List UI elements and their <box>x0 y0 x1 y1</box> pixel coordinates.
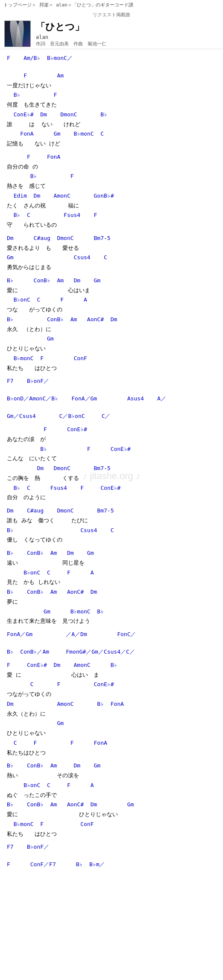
header-nav: トップページ＞ 邦楽＞ alan＞「ひとつ」のギターコード譜 <box>0 0 223 10</box>
lyric-line: 自分 のように <box>7 493 216 503</box>
chord-line: B♭ ConB♭ Am AonC# Dm <box>7 587 216 597</box>
breadcrumb-text: トップページ＞ 邦楽＞ alan＞「ひとつ」のギターコード譜 <box>0 0 223 10</box>
chord-line: F ConE♭# <box>7 425 216 435</box>
lyric-line: 何度 も生きてきた <box>7 100 216 110</box>
chord-line: F ConE♭# Dm AmonC B♭ <box>7 660 216 670</box>
block-10: F ConE♭# Dm AmonC B♭ 愛 に 心はい ま C F ConE♭… <box>7 660 216 758</box>
block-7: Dm C#aug DmonC Bm7-5 誰も みな 傷つく たびに B♭ Cs… <box>7 506 216 545</box>
lyric-line: つな がってゆくの <box>7 305 216 315</box>
lyric-line: 私たち はひとつ <box>7 364 216 373</box>
chord-line: B♭ ConB♭ Am Dm Gm <box>7 761 216 771</box>
chord-line: C F ConE♭# <box>7 680 216 690</box>
lyric-line: 愛 に 心はい ま <box>7 670 216 680</box>
lyric-line: 見た かも しれない <box>7 577 216 587</box>
chord-line: Gm <box>7 334 216 344</box>
block-1: F Am/B♭ B♭monC／ F Am 一度だけじゃない B♭ F 何度 も生… <box>7 53 216 149</box>
lyric-line: 遠い 同じ星を <box>7 558 216 568</box>
block-2: F FonA 自分の命 の B♭ F 熱さを 感じて Edim Dm AmonC… <box>7 152 216 230</box>
lyric-line: 愛に ひとりじゃない <box>7 810 216 820</box>
chord-line: F7 B♭onF／ <box>7 376 216 386</box>
lyric-line: 誰も みな 傷つく たびに <box>7 516 216 526</box>
chord-line: B♭onC C F A <box>7 295 216 305</box>
lyric-line: 生まれて来た意味を 見つけよう <box>7 616 216 626</box>
chord-line: B♭ Csus4 C <box>7 526 216 536</box>
song-cover-image <box>4 21 31 47</box>
chord-line: F ConF／F7 B♭ B♭m／ <box>7 860 216 870</box>
chord-line: FonA Gm B♭monC C <box>7 129 216 139</box>
chord-line: B♭onC C F A <box>7 781 216 791</box>
chord-line: B♭ C Fsus4 F <box>7 210 216 220</box>
block-11: B♭ ConB♭ Am Dm Gm 熱い その涙を B♭onC C F A ぬぐ… <box>7 761 216 839</box>
chord-line: Gm B♭monC B♭ <box>7 607 216 617</box>
lyric-line: こんな にいたくて <box>7 454 216 464</box>
lyric-line: 私たちはひとつ <box>7 748 216 758</box>
lyric-line: たく さんの祝 福に <box>7 201 216 211</box>
block-6: F ConE♭# あなたの涙 が B♭ F ConE♭# こんな にいたくて D… <box>7 425 216 503</box>
lyric-line: 夢に <box>7 597 216 607</box>
lyric-line: 勇気からはじまる <box>7 263 216 272</box>
chord-line: C F F FonA <box>7 738 216 748</box>
song-artist: alan <box>36 34 106 40</box>
lyric-line: 自分の命 の <box>7 162 216 172</box>
song-header: 「ひとつ」 alan 作詞 音元由美 作曲 菊池一仁 <box>0 19 223 49</box>
lyric-line: あなたの涙 が <box>7 435 216 444</box>
chord-line: B♭ ConB♭ Am Dm Gm <box>7 548 216 558</box>
song-header-info: 「ひとつ」 alan 作詞 音元由美 作曲 菊池一仁 <box>36 21 106 47</box>
blank-line <box>7 404 216 412</box>
lyric-line: 熱さを 感じて <box>7 181 216 191</box>
lyric-line: ひとりじゃない <box>7 344 216 354</box>
chord-line: B♭onC C F A <box>7 568 216 578</box>
request-label: リクエスト掲載曲 <box>0 12 223 18</box>
chord-line: Dm DmonC Bm7-5 <box>7 464 216 474</box>
chord-line: F Am <box>7 71 216 81</box>
blank-line <box>7 386 216 394</box>
chord-line: B♭ ConB♭／Am FmonG#／Gm／Csus4／C／ <box>7 647 216 657</box>
lyric-line: この胸を 熱 くする <box>7 474 216 483</box>
chord-line: Dm AmonC B♭ FonA <box>7 699 216 709</box>
block-4: B♭ ConB♭ Am Dm Gm 愛に 心はいま B♭onC C F A つな… <box>7 276 216 373</box>
chord-line: B♭ C Fsus4 F ConE♭# <box>7 483 216 493</box>
block-5: F7 B♭onF／ B♭onD／AmonC／B♭ FonA／Gm Asus4 A… <box>7 376 216 421</box>
chord-line: Gm Csus4 C <box>7 253 216 263</box>
chord-line: B♭monC F ConF <box>7 354 216 364</box>
block-3: Dm C#aug DmonC Bm7-5 愛されるより も 愛せる Gm Csu… <box>7 234 216 272</box>
chord-line: Dm C#aug DmonC Bm7-5 <box>7 234 216 243</box>
chord-line: Dm C#aug DmonC Bm7-5 <box>7 506 216 516</box>
chord-line: ConE♭# Dm DmonC B♭ <box>7 110 216 120</box>
blank-line <box>7 63 216 71</box>
chord-line: B♭ F <box>7 90 216 100</box>
lyric-line: 記憶も ない けど <box>7 139 216 149</box>
lyric-line: 守 られているの <box>7 220 216 230</box>
lyric-line: 愛されるより も 愛せる <box>7 243 216 253</box>
lyric-line: 永久（とわ）に <box>7 709 216 719</box>
chord-line: F7 B♭onF／ <box>7 842 216 852</box>
chord-line: B♭ ConB♭ Am AonC# Dm Gm <box>7 800 216 810</box>
chord-line: Gm <box>7 719 216 728</box>
song-title: 「ひとつ」 <box>36 21 106 33</box>
block-8: B♭ ConB♭ Am Dm Gm 遠い 同じ星を B♭onC C F A 見た… <box>7 548 216 626</box>
chord-sheet: F Am/B♭ B♭monC／ F Am 一度だけじゃない B♭ F 何度 も生… <box>0 51 223 882</box>
blank-line <box>7 640 216 647</box>
chord-line: B♭ F <box>7 172 216 181</box>
chord-line: F FonA <box>7 152 216 162</box>
block-9: FonA／Gm ／A／Dm FonC／ B♭ ConB♭／Am FmonG#／G… <box>7 630 216 657</box>
blank-line <box>7 852 216 860</box>
chord-line: FonA／Gm ／A／Dm FonC／ <box>7 630 216 640</box>
block-12: F7 B♭onF／ F ConF／F7 B♭ B♭m／ <box>7 842 216 870</box>
chord-line: B♭ ConB♭ Am AonC# Dm <box>7 315 216 325</box>
chord-line: Gm／Csus4 C／B♭onC C／ <box>7 412 216 421</box>
lyric-line: 永久 （とわ）に <box>7 325 216 335</box>
lyric-line: 誰 は ない けれど <box>7 120 216 130</box>
lyric-line: つながってゆくの <box>7 690 216 699</box>
lyric-line: 愛に 心はいま <box>7 286 216 296</box>
lyric-line: ひとりじゃない <box>7 728 216 738</box>
lyric-line: 熱い その涙を <box>7 771 216 781</box>
lyric-line: 優し くなってゆくの <box>7 535 216 545</box>
chord-line: B♭ ConB♭ Am Dm Gm <box>7 276 216 286</box>
chord-line: B♭monC F ConF <box>7 820 216 829</box>
chord-line: B♭onD／AmonC／B♭ FonA／Gm Asus4 A／ <box>7 394 216 404</box>
chord-line: F Am/B♭ B♭monC／ <box>7 53 216 63</box>
lyric-line: 私たち はひとつ <box>7 829 216 839</box>
lyric-line: 一度だけじゃない <box>7 81 216 91</box>
song-credits: 作詞 音元由美 作曲 菊池一仁 <box>36 41 106 47</box>
